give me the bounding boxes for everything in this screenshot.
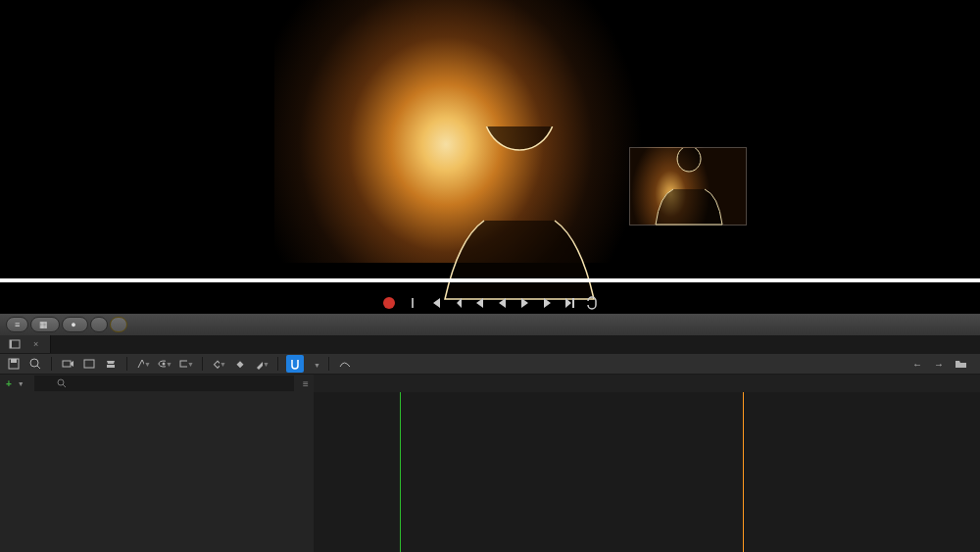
viewport (0, 0, 980, 284)
skip-end-button[interactable] (563, 296, 576, 310)
camera-cuts-thumbs[interactable] (376, 392, 980, 427)
scrub-bar[interactable] (0, 278, 980, 282)
sequencer-toolbar: ▼ ▼ ▼ ▼ ▼ ▼ ← → (0, 353, 980, 375)
playhead[interactable] (743, 392, 744, 552)
lit-dropdown[interactable]: ● (62, 317, 87, 332)
timeline-area[interactable] (314, 392, 980, 552)
menu-button[interactable]: ≡ (6, 317, 28, 332)
timeline-ruler[interactable] (314, 375, 980, 392)
nav-back-button[interactable]: ← (909, 356, 925, 372)
plus-icon: + (6, 378, 12, 389)
frame-back-button[interactable] (473, 296, 487, 310)
perspective-dropdown[interactable]: ▦ (30, 317, 60, 332)
add-track-button[interactable]: + ▼ (0, 378, 30, 389)
fps-dropdown[interactable]: ▼ (314, 359, 320, 370)
track-outliner (0, 392, 314, 552)
character-silhouette (421, 126, 617, 303)
step-back-button[interactable] (451, 296, 465, 310)
tab-sequencer[interactable]: × (0, 335, 51, 353)
play-button[interactable] (517, 296, 531, 310)
browse-button[interactable] (27, 356, 43, 372)
snap-toggle[interactable] (286, 355, 304, 373)
svg-point-9 (163, 363, 166, 366)
autokey-button[interactable] (232, 356, 248, 372)
filter-button[interactable]: ≡ (298, 378, 314, 389)
realtime-toggle[interactable] (110, 317, 127, 332)
save-button[interactable] (6, 356, 22, 372)
skip-start-button[interactable] (428, 296, 442, 310)
folder-icon[interactable] (953, 356, 968, 372)
close-tab-button[interactable]: × (33, 339, 38, 349)
nav-fwd-button[interactable]: → (931, 356, 947, 372)
track-search-row: + ▼ ≡ (0, 375, 314, 392)
edit-dropdown[interactable]: ▼ (254, 356, 270, 372)
search-input[interactable] (34, 376, 294, 391)
camera-button[interactable] (60, 356, 75, 372)
record-button[interactable] (383, 297, 395, 309)
actions-dropdown[interactable]: ▼ (135, 356, 151, 372)
play-back-button[interactable] (495, 296, 509, 310)
viewport-options: ≡ ▦ ● (0, 314, 980, 335)
svg-rect-10 (180, 361, 187, 367)
pip-silhouette (630, 148, 748, 226)
key-dropdown[interactable]: ▼ (211, 356, 226, 372)
sequencer-icon (8, 337, 22, 351)
svg-rect-0 (412, 298, 414, 308)
sep-icon (406, 296, 419, 310)
search-icon (55, 376, 69, 390)
playback-dropdown[interactable]: ▼ (178, 356, 194, 372)
frame-fwd-button[interactable] (540, 296, 554, 310)
in-marker[interactable] (400, 392, 401, 552)
view-dropdown[interactable]: ▼ (157, 356, 172, 372)
curve-editor-button[interactable] (337, 356, 353, 372)
svg-point-5 (30, 359, 38, 367)
show-dropdown[interactable] (90, 317, 108, 332)
svg-rect-2 (10, 340, 12, 348)
loop-button[interactable] (585, 296, 599, 310)
director-button[interactable] (103, 356, 119, 372)
pip-preview[interactable] (629, 147, 747, 226)
svg-rect-12 (236, 361, 243, 368)
svg-rect-6 (63, 361, 71, 367)
svg-rect-7 (84, 360, 94, 368)
tab-bar: × (0, 335, 980, 353)
svg-rect-4 (11, 359, 17, 363)
render-button[interactable] (81, 356, 97, 372)
transport-controls (0, 296, 980, 312)
